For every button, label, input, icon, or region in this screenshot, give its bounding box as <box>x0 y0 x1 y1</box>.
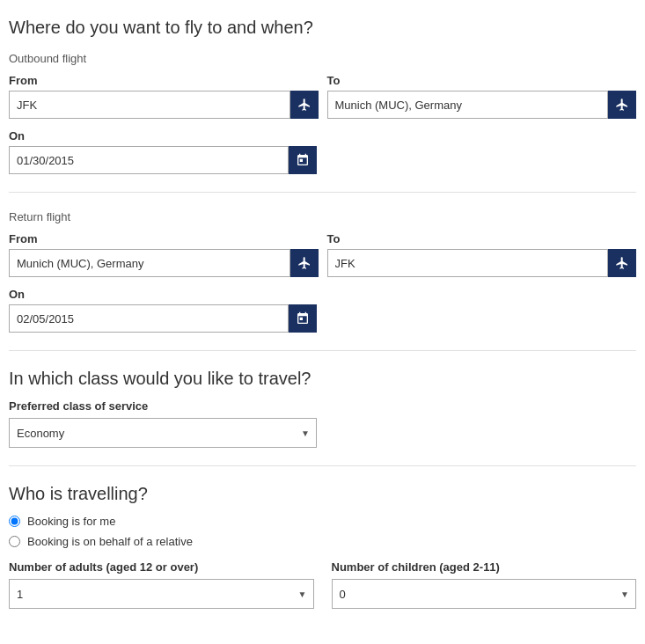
outbound-on-label: On <box>9 129 636 143</box>
outbound-on-row: On <box>9 129 636 174</box>
booking-for-me-item[interactable]: Booking is for me <box>9 515 636 528</box>
adults-select-wrapper: 1 2 3 4 5 6 7 8 9 <box>9 579 314 609</box>
calendar-icon <box>296 153 310 167</box>
plane-icon-return-to <box>615 256 629 270</box>
return-date-input[interactable] <box>9 304 289 333</box>
plane-icon <box>297 98 312 112</box>
plane-icon-return-from <box>297 256 312 270</box>
booking-for-relative-radio[interactable] <box>9 536 20 547</box>
return-from-input-group <box>9 249 319 277</box>
booking-for-relative-label: Booking is on behalf of a relative <box>27 535 193 548</box>
outbound-to-search-button[interactable] <box>608 91 636 119</box>
return-from-input[interactable] <box>9 249 290 277</box>
outbound-to-input-group <box>327 91 637 119</box>
return-to-col: To <box>327 232 637 277</box>
booking-for-relative-item[interactable]: Booking is on behalf of a relative <box>9 535 636 548</box>
plane-icon-to <box>615 98 629 112</box>
outbound-date-input[interactable] <box>9 146 289 174</box>
adults-col: Number of adults (aged 12 or over) 1 2 3… <box>9 560 314 609</box>
travellers-section: Who is travelling? Booking is for me Boo… <box>9 484 636 609</box>
children-select[interactable]: 0 1 2 3 4 5 6 7 8 9 <box>332 579 637 609</box>
preferred-class-select-wrapper: Economy Business First Class Premium Eco… <box>9 418 317 448</box>
children-col: Number of children (aged 2-11) 0 1 2 3 4… <box>332 560 637 609</box>
outbound-flight-section: Outbound flight From To <box>9 52 636 174</box>
children-select-wrapper: 0 1 2 3 4 5 6 7 8 9 <box>332 579 637 609</box>
return-to-label: To <box>327 232 637 245</box>
booking-for-group: Booking is for me Booking is on behalf o… <box>9 515 636 548</box>
outbound-date-group <box>9 146 317 174</box>
divider-2 <box>9 350 636 351</box>
outbound-from-label: From <box>9 74 319 87</box>
booking-for-me-label: Booking is for me <box>27 515 115 528</box>
main-heading: Where do you want to fly to and when? <box>9 18 636 38</box>
return-from-col: From <box>9 232 319 277</box>
return-on-row: On <box>9 288 636 333</box>
class-heading: In which class would you like to travel? <box>9 369 636 389</box>
class-section: In which class would you like to travel?… <box>9 369 636 448</box>
travellers-counts-row: Number of adults (aged 12 or over) 1 2 3… <box>9 560 636 609</box>
travellers-heading: Who is travelling? <box>9 484 636 504</box>
calendar-icon-return <box>296 311 310 326</box>
outbound-from-col: From <box>9 74 319 119</box>
divider-3 <box>9 465 636 466</box>
return-label: Return flight <box>9 210 636 223</box>
adults-label: Number of adults (aged 12 or over) <box>9 560 314 574</box>
outbound-to-label: To <box>327 74 637 87</box>
outbound-label: Outbound flight <box>9 52 636 65</box>
outbound-to-col: To <box>327 74 637 119</box>
return-date-group <box>9 304 317 333</box>
return-from-to-row: From To <box>9 232 636 277</box>
return-to-search-button[interactable] <box>608 249 636 277</box>
return-from-search-button[interactable] <box>290 249 319 277</box>
preferred-class-select[interactable]: Economy Business First Class Premium Eco… <box>9 418 317 448</box>
children-label: Number of children (aged 2-11) <box>332 560 637 574</box>
outbound-from-to-row: From To <box>9 74 636 119</box>
return-calendar-button[interactable] <box>289 304 317 333</box>
return-flight-section: Return flight From To <box>9 210 636 333</box>
outbound-calendar-button[interactable] <box>289 146 317 174</box>
divider-1 <box>9 192 636 193</box>
outbound-from-input[interactable] <box>9 91 290 119</box>
booking-for-me-radio[interactable] <box>9 516 20 527</box>
outbound-to-input[interactable] <box>327 91 609 119</box>
adults-select[interactable]: 1 2 3 4 5 6 7 8 9 <box>9 579 314 609</box>
outbound-from-search-button[interactable] <box>290 91 319 119</box>
return-to-input[interactable] <box>327 249 609 277</box>
preferred-class-label: Preferred class of service <box>9 399 636 413</box>
return-on-label: On <box>9 288 636 301</box>
outbound-from-input-group <box>9 91 319 119</box>
return-to-input-group <box>327 249 637 277</box>
return-from-label: From <box>9 232 319 245</box>
